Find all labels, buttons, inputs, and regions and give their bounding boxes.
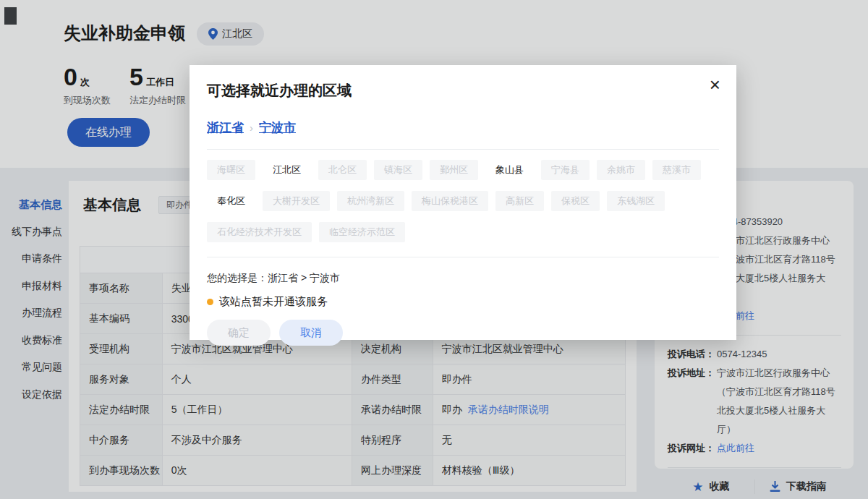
region-option-jiangbei[interactable]: 江北区: [263, 160, 311, 180]
warning-row: 该站点暂未开通该服务: [207, 295, 719, 309]
chevron-right-icon: ›: [250, 121, 253, 134]
modal-divider: [207, 257, 719, 257]
warning-text: 该站点暂未开通该服务: [219, 295, 328, 309]
close-icon[interactable]: ×: [710, 75, 720, 94]
region-option-yinzhou: 鄞州区: [430, 160, 478, 180]
modal-title: 可选择就近办理的区域: [207, 81, 719, 101]
modal-divider: [207, 149, 719, 150]
region-option-shihua: 石化经济技术开发区: [207, 222, 312, 242]
region-option-xiangshan[interactable]: 象山县: [485, 160, 534, 180]
region-option-baoshui: 保税区: [551, 191, 600, 211]
confirm-button: 确定: [207, 320, 271, 346]
cancel-button[interactable]: 取消: [279, 320, 343, 346]
region-option-linkong: 临空经济示范区: [319, 222, 405, 242]
region-option-beilun: 北仑区: [318, 160, 367, 180]
breadcrumb-province-link[interactable]: 浙江省: [207, 119, 244, 136]
region-option-haishu: 海曙区: [207, 160, 255, 180]
region-option-zhenhai: 镇海区: [374, 160, 422, 180]
region-grid: 海曙区 江北区 北仑区 镇海区 鄞州区 象山县 宁海县 余姚市 慈溪市 奉化区 …: [207, 160, 728, 242]
region-option-yuyao: 余姚市: [597, 160, 645, 180]
region-select-modal: × 可选择就近办理的区域 浙江省 › 宁波市 海曙区 江北区 北仑区 镇海区 鄞…: [190, 65, 736, 340]
region-option-fenghua[interactable]: 奉化区: [207, 191, 255, 211]
region-option-daxie: 大榭开发区: [263, 191, 330, 211]
region-option-dongqianhu: 东钱湖区: [607, 191, 665, 211]
region-option-ninghai: 宁海县: [541, 160, 590, 180]
region-option-hangzhouwan: 杭州湾新区: [337, 191, 404, 211]
region-option-cixi: 慈溪市: [652, 160, 701, 180]
breadcrumb-city-link[interactable]: 宁波市: [259, 119, 296, 136]
region-option-gaoxin: 高新区: [495, 191, 544, 211]
region-option-meishan: 梅山保税港区: [412, 191, 488, 211]
selection-text: 您的选择是：浙江省 > 宁波市: [207, 272, 719, 285]
warning-dot-icon: [207, 299, 213, 305]
region-breadcrumb: 浙江省 › 宁波市: [207, 119, 719, 136]
